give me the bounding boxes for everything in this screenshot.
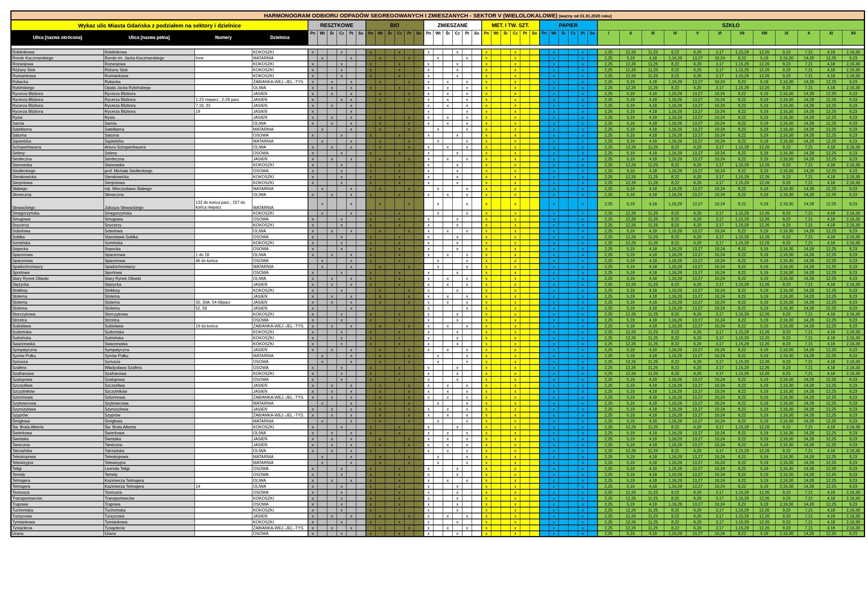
glass-dates-cell: 8,22 — [731, 478, 753, 483]
pickup-day-cell — [385, 240, 395, 246]
pickup-day-cell — [327, 335, 337, 341]
glass-dates-cell: 4,18 — [820, 424, 842, 430]
glass-dates-cell: 3,17 — [709, 335, 731, 341]
pickup-day-cell: x — [482, 67, 491, 73]
pickup-day-cell — [395, 126, 405, 132]
pickup-day-cell: x — [347, 442, 356, 448]
pickup-day-cell: x — [318, 418, 327, 424]
pickup-day-cell — [337, 126, 347, 132]
pickup-day-cell — [491, 174, 501, 180]
pickup-day-cell — [569, 406, 578, 412]
pickup-day-cell: x — [511, 388, 520, 394]
pickup-day-cell: x — [549, 150, 559, 156]
table-row: Siedleckiegoprof. Michała SiedleckiegoOS… — [11, 168, 865, 174]
pickup-day-cell — [405, 180, 414, 186]
pickup-day-cell — [375, 222, 385, 228]
glass-dates-cell: 11,25 — [642, 210, 664, 216]
pickup-day-cell — [559, 382, 569, 388]
pickup-day-cell — [520, 471, 530, 478]
table-row: Rycerza BlizboraRycerza Blizbora1-23 nie… — [11, 96, 865, 102]
pickup-day-cell — [530, 228, 539, 234]
pickup-day-cell — [318, 311, 327, 317]
pickup-day-cell — [356, 79, 366, 85]
pickup-day-cell — [501, 358, 511, 364]
pickup-day-cell — [520, 400, 530, 406]
street-full-name: Sudomska — [104, 329, 195, 335]
pickup-day-cell — [356, 114, 366, 120]
glass-dates-cell: 6,20 — [687, 424, 709, 430]
pickup-day-cell — [443, 162, 453, 168]
pickup-day-cell — [434, 323, 443, 329]
pickup-day-cell — [453, 91, 462, 96]
pickup-day-cell — [327, 364, 337, 371]
pickup-day-cell: x — [405, 382, 414, 388]
pickup-day-cell: x — [443, 430, 453, 436]
glass-dates-cell: 2,16,30 — [842, 281, 865, 287]
pickup-day-cell — [520, 465, 530, 471]
pickup-day-cell: x — [511, 317, 520, 323]
glass-dates-cell: 9,23 — [776, 73, 798, 79]
pickup-day-cell: x — [366, 501, 375, 507]
pickup-day-cell — [385, 377, 395, 382]
pickup-day-cell — [520, 299, 530, 305]
pickup-day-cell: x — [549, 168, 559, 174]
pickup-day-cell — [385, 287, 395, 293]
pickup-day-cell: x — [405, 436, 414, 442]
pickup-day-cell: x — [511, 507, 520, 513]
pickup-day-cell — [395, 109, 405, 114]
street-short-name: Tysiąclecia — [11, 525, 104, 531]
glass-dates-cell: 2,25 — [597, 216, 620, 222]
glass-dates-cell: 2,25 — [597, 430, 620, 436]
district: JASIEŃ — [252, 96, 308, 102]
pickup-day-cell: x — [511, 424, 520, 430]
pickup-day-cell — [569, 465, 578, 471]
pickup-day-cell — [520, 228, 530, 234]
glass-dates-cell: 3,17 — [709, 174, 731, 180]
pickup-day-cell — [443, 371, 453, 377]
pickup-day-cell — [327, 234, 337, 240]
glass-dates-cell: 4,18 — [820, 495, 842, 501]
pickup-day-cell: x — [395, 364, 405, 371]
pickup-day-cell — [569, 287, 578, 293]
pickup-day-cell — [453, 192, 462, 197]
pickup-day-cell — [327, 186, 337, 192]
pickup-day-cell: x — [511, 91, 520, 96]
pickup-day-cell: x — [375, 454, 385, 460]
pickup-day-cell: x — [443, 144, 453, 150]
glass-dates-cell: 8,22 — [731, 317, 753, 323]
glass-dates-cell: 9,23 — [842, 109, 865, 114]
glass-dates-cell: 14,28 — [798, 270, 820, 276]
pickup-day-cell — [414, 507, 424, 513]
pickup-day-cell — [443, 377, 453, 382]
street-numbers — [195, 353, 252, 358]
pickup-day-cell — [559, 276, 569, 281]
table-row: RokitnikowaRokitnikowaKOKOSZKIxxxxxxxxxx… — [11, 49, 865, 55]
pickup-day-cell: x — [347, 406, 356, 412]
glass-dates-cell: 8,22 — [731, 276, 753, 281]
glass-dates-cell: 10,24 — [709, 126, 731, 132]
pickup-day-cell — [491, 400, 501, 406]
street-numbers — [195, 525, 252, 531]
pickup-day-cell — [318, 519, 327, 525]
glass-dates-cell: 14,28 — [798, 454, 820, 460]
pickup-day-cell — [405, 531, 414, 537]
pickup-day-cell — [559, 79, 569, 85]
pickup-day-cell — [434, 276, 443, 281]
street-full-name: Swarzewska — [104, 341, 195, 347]
pickup-day-cell — [530, 364, 539, 371]
table-row: TurzycowaTurzycowaJASIEŃxxxxxxxxxxxx2,25… — [11, 513, 865, 519]
pickup-day-cell — [472, 120, 482, 126]
pickup-day-cell — [375, 61, 385, 67]
glass-dates-cell: 12,25 — [820, 138, 842, 144]
glass-dates-cell: 1,16,29 — [664, 454, 687, 460]
pickup-day-cell — [501, 276, 511, 281]
pickup-day-cell — [453, 126, 462, 132]
pickup-day-cell — [347, 501, 356, 507]
pickup-day-cell: x — [511, 186, 520, 192]
glass-dates-cell: 14,28 — [798, 531, 820, 537]
pickup-day-cell: x — [511, 478, 520, 483]
pickup-day-cell — [501, 341, 511, 347]
pickup-day-cell — [559, 61, 569, 67]
glass-dates-cell: 2,16,30 — [776, 276, 798, 281]
glass-dates-cell: 2,25 — [597, 102, 620, 109]
